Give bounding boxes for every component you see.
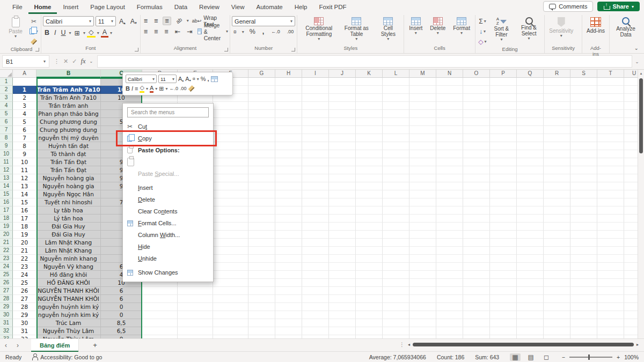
cell-G29[interactable]	[248, 303, 275, 311]
cell-O14[interactable]	[463, 182, 490, 190]
cell-K11[interactable]	[356, 158, 383, 166]
row-header-20[interactable]: 20	[0, 231, 13, 239]
cell-A20[interactable]: 19	[13, 231, 36, 239]
cell-O26[interactable]	[463, 279, 490, 287]
cell-Q5[interactable]	[517, 110, 544, 118]
cell-N10[interactable]	[436, 150, 463, 158]
cell-O12[interactable]	[463, 166, 490, 174]
cell-B3[interactable]: Trần Trâm Anh 7a10	[36, 94, 101, 102]
cell-R7[interactable]	[544, 126, 570, 134]
cell-I7[interactable]	[302, 126, 329, 134]
cell-Q9[interactable]	[517, 142, 544, 150]
cell-Q32[interactable]	[517, 327, 544, 335]
zoom-slider-thumb[interactable]	[588, 354, 590, 360]
cell-O22[interactable]	[463, 247, 490, 255]
cell-R29[interactable]	[544, 303, 570, 311]
cell-I27[interactable]	[302, 287, 329, 295]
mini-fill-color-button[interactable]: ◇	[140, 84, 144, 93]
cell-F27[interactable]	[213, 287, 248, 295]
cell-F26[interactable]	[213, 279, 248, 287]
horizontal-scrollbar[interactable]: ⋮ ◂ ▸	[399, 342, 639, 348]
cell-R28[interactable]	[544, 295, 570, 303]
row-header-19[interactable]: 19	[0, 223, 13, 231]
cell-J29[interactable]	[329, 303, 356, 311]
analyze-data-button[interactable]: Analyze Data	[611, 16, 640, 39]
cell-Q1[interactable]	[517, 78, 544, 86]
cell-R25[interactable]	[544, 271, 570, 279]
context-menu-item-column-width[interactable]: Column Width...	[123, 229, 213, 241]
cell-S22[interactable]	[570, 247, 597, 255]
cell-K8[interactable]	[356, 134, 383, 142]
increase-font-button[interactable]: A▴	[118, 18, 127, 25]
vertical-scroll-thumb[interactable]	[639, 78, 643, 153]
cell-O4[interactable]	[463, 102, 490, 110]
cell-E29[interactable]	[178, 303, 213, 311]
row-header-18[interactable]: 18	[0, 215, 13, 223]
cell-T9[interactable]	[597, 142, 624, 150]
cell-T10[interactable]	[597, 150, 624, 158]
cell-F21[interactable]	[213, 239, 248, 247]
cell-M2[interactable]	[409, 86, 436, 94]
cell-M24[interactable]	[409, 263, 436, 271]
column-header-M[interactable]: M	[409, 70, 436, 78]
cell-P19[interactable]	[490, 223, 517, 231]
ribbon-tab-help[interactable]: Help	[289, 0, 313, 14]
cell-Q30[interactable]	[517, 311, 544, 319]
font-size-select[interactable]: 11▾	[96, 16, 116, 26]
cell-Q3[interactable]	[517, 94, 544, 102]
cell-B27[interactable]: NGUYỄN THANH KHÔI	[36, 287, 101, 295]
row-header-5[interactable]: 5	[0, 110, 13, 118]
cell-H26[interactable]	[275, 279, 302, 287]
row-header-25[interactable]: 25	[0, 271, 13, 279]
cell-P15[interactable]	[490, 190, 517, 198]
cell-A7[interactable]: 6	[13, 126, 36, 134]
cell-N32[interactable]	[436, 327, 463, 335]
cell-Q31[interactable]	[517, 319, 544, 327]
cell-L15[interactable]	[383, 190, 409, 198]
row-header-27[interactable]: 27	[0, 287, 13, 295]
cell-K21[interactable]	[356, 239, 383, 247]
cell-O7[interactable]	[463, 126, 490, 134]
cell-F4[interactable]	[213, 102, 248, 110]
column-header-K[interactable]: K	[356, 70, 383, 78]
cell-F8[interactable]	[213, 134, 248, 142]
cell-I13[interactable]	[302, 174, 329, 182]
increase-indent-button[interactable]: ⇥	[185, 27, 194, 35]
cell-P24[interactable]	[490, 263, 517, 271]
cell-D27[interactable]	[142, 287, 178, 295]
mini-accounting-button[interactable]: ¤	[193, 76, 195, 82]
cell-T22[interactable]	[597, 247, 624, 255]
cell-I11[interactable]	[302, 158, 329, 166]
cell-N7[interactable]	[436, 126, 463, 134]
ribbon-tab-view[interactable]: View	[225, 0, 251, 14]
row-header-31[interactable]: 31	[0, 319, 13, 327]
conditional-formatting-button[interactable]: Conditional Formatting▾	[299, 16, 339, 42]
cell-I22[interactable]	[302, 247, 329, 255]
cell-T5[interactable]	[597, 110, 624, 118]
cell-A2[interactable]: 1	[13, 86, 36, 94]
cell-B19[interactable]: Đái Gia Huy	[36, 223, 101, 231]
cell-O20[interactable]	[463, 231, 490, 239]
cell-R6[interactable]	[544, 118, 570, 126]
cell-F6[interactable]	[213, 118, 248, 126]
cell-H12[interactable]	[275, 166, 302, 174]
fill-button[interactable]: ↓▾	[477, 27, 488, 36]
cell-S28[interactable]	[570, 295, 597, 303]
cell-J22[interactable]	[329, 247, 356, 255]
column-header-B[interactable]: B	[36, 70, 101, 78]
cell-P3[interactable]	[490, 94, 517, 102]
row-header-2[interactable]: 2	[0, 86, 13, 94]
ribbon-tab-page-layout[interactable]: Page Layout	[84, 0, 131, 14]
find-select-button[interactable]: Find & Select▾	[515, 16, 543, 41]
cell-K1[interactable]	[356, 78, 383, 86]
cell-T21[interactable]	[597, 239, 624, 247]
underline-button[interactable]: U	[60, 29, 68, 36]
cell-T3[interactable]	[597, 94, 624, 102]
cell-M11[interactable]	[409, 158, 436, 166]
cell-M31[interactable]	[409, 319, 436, 327]
cell-R10[interactable]	[544, 150, 570, 158]
cell-T25[interactable]	[597, 271, 624, 279]
cell-B12[interactable]: Trần Tấn Đạt	[36, 166, 101, 174]
cell-C30[interactable]: 0	[101, 311, 142, 319]
cell-I25[interactable]	[302, 271, 329, 279]
